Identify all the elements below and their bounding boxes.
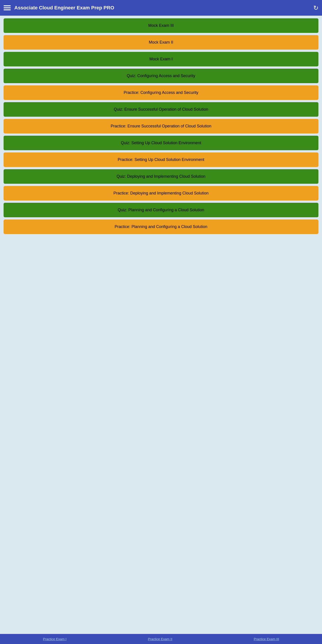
footer-link-1[interactable]: Practice Exam II <box>148 637 172 641</box>
exam-button-9[interactable]: Quiz: Deploying and Implementing Cloud S… <box>4 169 318 184</box>
app-footer: Practice Exam IPractice Exam IIPractice … <box>0 634 322 644</box>
exam-button-6[interactable]: Practice: Ensure Successful Operation of… <box>4 119 318 134</box>
exam-button-8[interactable]: Practice: Setting Up Cloud Solution Envi… <box>4 152 318 167</box>
exam-button-7[interactable]: Quiz: Setting Up Cloud Solution Environm… <box>4 136 318 150</box>
exam-button-2[interactable]: Mock Exam I <box>4 52 318 66</box>
exam-button-5[interactable]: Quiz: Ensure Successful Operation of Clo… <box>4 102 318 117</box>
exam-button-11[interactable]: Quiz: Planning and Configuring a Cloud S… <box>4 203 318 217</box>
app-header: Associate Cloud Engineer Exam Prep PRO ↻ <box>0 0 322 16</box>
exam-button-10[interactable]: Practice: Deploying and Implementing Clo… <box>4 186 318 200</box>
exam-button-1[interactable]: Mock Exam II <box>4 35 318 50</box>
exam-button-12[interactable]: Practice: Planning and Configuring a Clo… <box>4 220 318 234</box>
footer-link-2[interactable]: Practice Exam III <box>254 637 279 641</box>
exam-button-4[interactable]: Practice: Configuring Access and Securit… <box>4 86 318 100</box>
main-content: Mock Exam IIIMock Exam IIMock Exam IQuiz… <box>0 16 322 634</box>
footer-link-0[interactable]: Practice Exam I <box>43 637 67 641</box>
menu-icon[interactable] <box>4 5 11 10</box>
exam-button-3[interactable]: Quiz: Configuring Access and Security <box>4 68 318 83</box>
header-title: Associate Cloud Engineer Exam Prep PRO <box>14 5 310 11</box>
exam-button-0[interactable]: Mock Exam III <box>4 18 318 33</box>
refresh-icon[interactable]: ↻ <box>313 4 318 12</box>
